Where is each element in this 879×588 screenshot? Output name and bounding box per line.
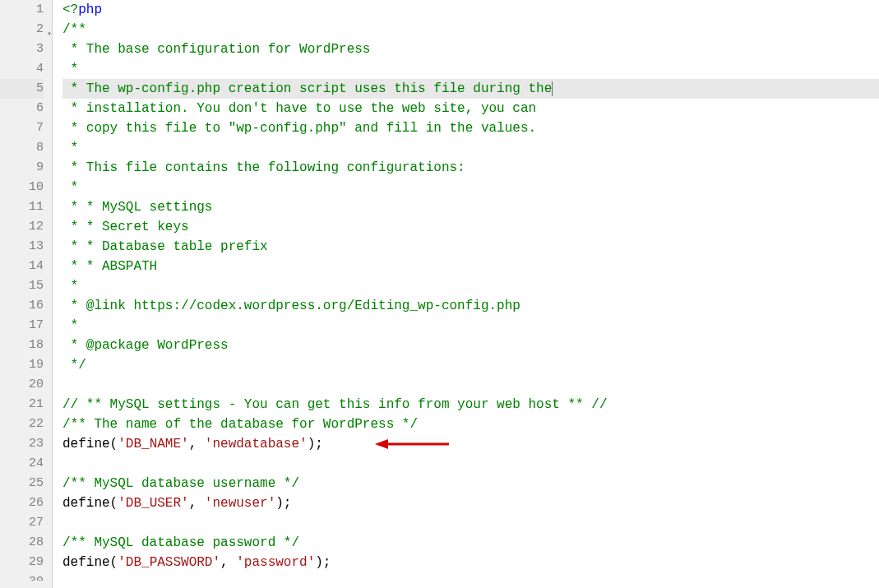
code-line[interactable]: * * ABSPATH [62,257,879,276]
code-token: * * Database table prefix [62,239,268,254]
code-line[interactable] [62,513,879,533]
line-number: 7 [0,118,44,138]
code-token: * * Secret keys [62,220,189,234]
code-token: /** The name of the database for WordPre… [62,417,418,432]
code-line[interactable]: /** [62,20,879,39]
code-line[interactable]: define('DB_NAME', 'newdatabase'); [62,434,879,454]
code-token: /** [62,22,86,37]
code-token: ( [110,437,118,451]
line-number: 27 [0,513,44,533]
line-number: 15 [0,276,44,296]
code-editor-content[interactable]: <?php/** * The base configuration for Wo… [53,0,879,588]
line-number: 25 [0,474,44,493]
code-line[interactable]: /** The name of the database for WordPre… [62,414,879,434]
code-token: <? [62,2,78,17]
code-line[interactable]: * @link https://codex.wordpress.org/Edit… [62,296,879,316]
code-token: * installation. You don't have to use th… [62,101,536,116]
line-number: 6 [0,99,44,118]
code-line[interactable]: * * Secret keys [62,217,879,237]
code-token: /** MySQL database username */ [62,476,299,491]
code-line[interactable]: * copy this file to "wp-config.php" and … [62,118,879,138]
line-number: 14 [0,257,44,276]
code-line[interactable]: * [62,178,879,197]
code-line[interactable]: * * MySQL settings [62,197,879,217]
line-number: 24 [0,454,44,474]
code-line[interactable]: * * Database table prefix [62,237,879,257]
line-number: 10 [0,178,44,197]
line-number: 19 [0,355,44,375]
line-number: 22 [0,414,44,434]
code-token: 'newdatabase' [205,437,308,451]
code-line[interactable]: define('DB_USER', 'newuser'); [62,493,879,513]
code-line[interactable]: // ** MySQL settings - You can get this … [62,395,879,414]
code-line[interactable]: */ [62,355,879,375]
code-token: php [78,2,102,17]
line-number: 18 [0,336,44,355]
code-token: * [62,180,78,195]
line-number: 26 [0,493,44,513]
code-token: 'DB_PASSWORD' [118,555,220,570]
code-line[interactable]: * This file contains the following confi… [62,158,879,178]
code-token: ( [110,496,118,511]
code-token: */ [62,358,86,373]
code-token: * [62,318,78,333]
code-line[interactable]: * [62,138,879,158]
code-token: , [189,496,205,511]
code-token: // ** MySQL settings - You can get this … [62,397,608,412]
line-number: 20 [0,375,44,395]
code-line[interactable]: * The wp-config.php creation script uses… [62,79,879,99]
line-number: 21 [0,395,44,414]
line-number: 8 [0,138,44,158]
text-cursor [552,81,553,96]
code-token: * This file contains the following confi… [62,160,465,175]
code-line[interactable]: /** MySQL database password */ [62,533,879,553]
line-number: 16 [0,296,44,316]
code-token: 'newuser' [205,496,275,511]
code-token: , [189,437,205,451]
code-token: , [220,555,236,570]
code-token: ); [275,496,291,511]
code-token: * @link https://codex.wordpress.org/Edit… [62,299,520,313]
code-line[interactable]: * [62,59,879,79]
line-number: 29 [0,553,44,572]
code-line[interactable]: <?php [62,0,879,20]
code-token: 'DB_NAME' [118,437,188,451]
line-number: 11 [0,197,44,217]
code-token: define [62,496,110,511]
code-token: * [62,62,78,76]
line-number: 2 [0,20,44,39]
code-line[interactable] [62,454,879,474]
line-number: 23 [0,434,44,454]
code-line[interactable]: * [62,276,879,296]
code-token: ); [308,437,323,451]
code-line[interactable]: * @package WordPress [62,336,879,355]
code-line[interactable]: /** MySQL database username */ [62,474,879,493]
code-token: define [62,437,110,451]
svg-marker-1 [375,439,388,449]
line-number: 13 [0,237,44,257]
code-token: * [62,141,78,155]
code-line[interactable]: * [62,316,879,336]
line-number: 4 [0,59,44,79]
code-line[interactable]: define('DB_PASSWORD', 'password'); [62,553,879,572]
code-token: define [62,555,110,570]
line-number: 28 [0,533,44,553]
line-number: 12 [0,217,44,237]
code-token: * The base configuration for WordPress [62,42,370,57]
code-token: * @package WordPress [62,338,229,353]
code-token: /** MySQL database password */ [62,535,299,550]
line-number: 30 [0,572,44,581]
code-line[interactable] [62,375,879,395]
code-token: ); [315,555,331,570]
code-line[interactable] [62,572,879,581]
code-token: * * MySQL settings [62,200,212,215]
code-line[interactable]: * installation. You don't have to use th… [62,99,879,118]
line-number: 3 [0,39,44,59]
line-number-gutter: 12▾3456789101112131415161718192021222324… [0,0,53,588]
code-line[interactable]: * The base configuration for WordPress [62,39,879,59]
code-token: 'password' [236,555,315,570]
code-token: ( [110,555,118,570]
code-token: * * ABSPATH [62,259,157,274]
line-number: 1 [0,0,44,20]
line-number: 17 [0,316,44,336]
